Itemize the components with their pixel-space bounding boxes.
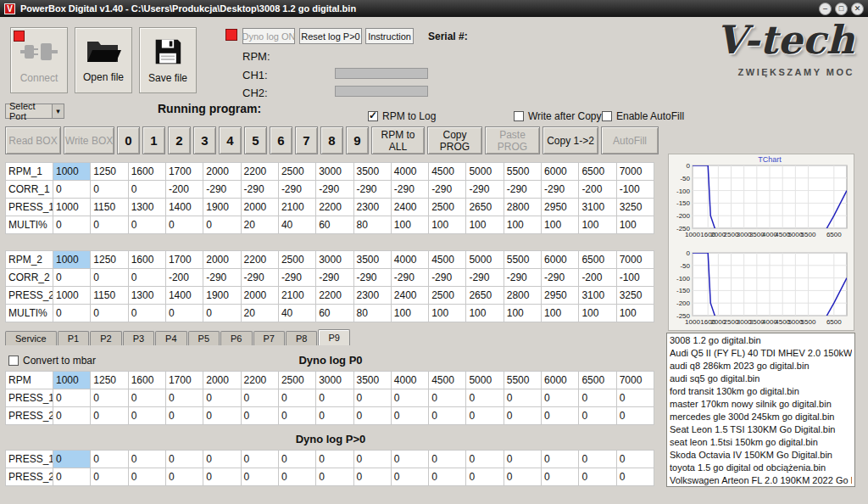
grid-cell[interactable]: 0 — [128, 407, 165, 425]
grid-cell[interactable]: 1000 — [53, 372, 91, 389]
grid-cell[interactable]: 7000 — [616, 372, 654, 389]
grid-cell[interactable]: 1000 — [53, 199, 91, 216]
grid-cell[interactable]: 0 — [203, 216, 241, 234]
grid-cell[interactable]: 0 — [203, 451, 241, 468]
grid-cell[interactable]: 0 — [466, 389, 504, 407]
copy-prog-button[interactable]: Copy PROG — [427, 126, 482, 154]
grid-cell[interactable]: 0 — [466, 451, 504, 468]
grid-cell[interactable]: 100 — [466, 305, 504, 322]
grid-cell[interactable]: 3250 — [616, 287, 654, 305]
grid-cell[interactable]: 2000 — [241, 199, 278, 216]
file-list-item[interactable]: audi q8 286km 2023 go digital.bin — [670, 360, 852, 372]
grid-cell[interactable]: 4000 — [391, 163, 428, 181]
grid-cell[interactable]: 0 — [91, 389, 128, 407]
grid-cell[interactable]: 0 — [128, 181, 165, 199]
grid-cell[interactable]: 0 — [391, 389, 428, 407]
digit-0-button[interactable]: 0 — [117, 126, 140, 154]
grid-cell[interactable]: 5500 — [504, 372, 541, 389]
grid-cell[interactable]: 0 — [128, 451, 165, 468]
grid-cell[interactable]: -290 — [504, 181, 541, 199]
grid-cell[interactable]: 0 — [316, 407, 353, 425]
grid-cell[interactable]: 2200 — [241, 163, 278, 181]
grid-cell[interactable]: 0 — [91, 305, 128, 322]
grid-cell[interactable]: -290 — [504, 269, 541, 287]
instruction-button[interactable]: Instruction — [365, 28, 414, 44]
grid-cell[interactable]: 3500 — [353, 251, 391, 269]
grid-cell[interactable]: 0 — [91, 407, 128, 425]
grid-cell[interactable]: 0 — [391, 451, 428, 468]
grid-cell[interactable]: -290 — [241, 181, 278, 199]
grid-cell[interactable]: 0 — [53, 468, 91, 486]
grid-cell[interactable]: 3500 — [353, 163, 391, 181]
write-after-copy-checkbox[interactable]: Write after Copy — [514, 110, 601, 122]
grid-cell[interactable]: 0 — [466, 468, 504, 486]
grid-cell[interactable]: -200 — [579, 181, 616, 199]
digit-7-button[interactable]: 7 — [295, 126, 318, 154]
grid-cell[interactable]: 1600 — [128, 251, 165, 269]
grid-cell[interactable]: 0 — [53, 269, 91, 287]
tab-p3[interactable]: P3 — [123, 331, 154, 345]
grid-cell[interactable]: 6500 — [579, 163, 616, 181]
grid-cell[interactable]: 2800 — [504, 287, 541, 305]
grid-cell[interactable]: -290 — [203, 181, 241, 199]
copy-1-to-2-button[interactable]: Copy 1->2 — [542, 126, 598, 154]
grid-cell[interactable]: 6500 — [579, 251, 616, 269]
grid-cell[interactable]: 0 — [128, 468, 165, 486]
grid-cell[interactable]: 0 — [165, 451, 203, 468]
grid-cell[interactable]: 2000 — [203, 163, 241, 181]
grid-cell[interactable]: 0 — [91, 181, 128, 199]
digit-8-button[interactable]: 8 — [320, 126, 343, 154]
grid-cell[interactable]: -200 — [165, 269, 203, 287]
grid-cell[interactable]: 5000 — [466, 372, 504, 389]
grid-cell[interactable]: 5000 — [466, 251, 504, 269]
digit-3-button[interactable]: 3 — [193, 126, 216, 154]
enable-autofill-checkbox-box[interactable] — [602, 111, 612, 121]
close-button[interactable]: ✕ — [851, 3, 864, 15]
select-port-dropdown[interactable]: Select Port — [5, 104, 64, 119]
grid-cell[interactable]: 3100 — [579, 199, 616, 216]
grid-cell[interactable]: 0 — [504, 389, 541, 407]
grid-cell[interactable]: 0 — [579, 451, 616, 468]
rpm-to-log-checkbox-box[interactable] — [368, 111, 378, 121]
grid-cell[interactable]: 6000 — [542, 163, 579, 181]
grid-cell[interactable]: -290 — [429, 181, 466, 199]
grid-cell[interactable]: 0 — [241, 451, 278, 468]
grid-cell[interactable]: 3000 — [316, 163, 353, 181]
grid-cell[interactable]: -290 — [316, 181, 353, 199]
digit-1-button[interactable]: 1 — [142, 126, 165, 154]
grid-cell[interactable]: 6500 — [579, 372, 616, 389]
grid-cell[interactable]: 0 — [353, 451, 391, 468]
grid-cell[interactable]: 0 — [203, 389, 241, 407]
grid-cell[interactable]: 2500 — [278, 372, 315, 389]
grid-cell[interactable]: 60 — [316, 216, 353, 234]
grid-cell[interactable]: -290 — [316, 269, 353, 287]
grid-cell[interactable]: 0 — [616, 451, 654, 468]
grid-cell[interactable]: 2650 — [466, 287, 504, 305]
file-list-item[interactable]: seat leon 1.5tsi 150km go digital.bin — [670, 436, 852, 449]
grid-cell[interactable]: 0 — [91, 468, 128, 486]
grid-cell[interactable]: 0 — [316, 468, 353, 486]
grid-cell[interactable]: -290 — [353, 181, 391, 199]
tab-p5[interactable]: P5 — [188, 331, 220, 345]
grid-cell[interactable]: 0 — [278, 468, 315, 486]
maximize-button[interactable]: □ — [835, 3, 848, 15]
grid-cell[interactable]: 40 — [278, 305, 315, 322]
grid-cell[interactable]: 0 — [579, 407, 616, 425]
grid-cell[interactable]: -290 — [429, 269, 466, 287]
grid-cell[interactable]: 0 — [504, 468, 541, 486]
grid-cell[interactable]: 100 — [391, 216, 428, 234]
grid-cell[interactable]: 100 — [429, 305, 466, 322]
grid-cell[interactable]: 0 — [429, 468, 466, 486]
grid-cell[interactable]: 0 — [128, 305, 165, 322]
grid-cell[interactable]: 100 — [429, 216, 466, 234]
tab-p1[interactable]: P1 — [58, 331, 89, 345]
grid-cell[interactable]: 1250 — [91, 372, 128, 389]
grid-cell[interactable]: 2950 — [542, 287, 579, 305]
grid-cell[interactable]: 1700 — [165, 372, 203, 389]
grid-cell[interactable]: 1400 — [165, 287, 203, 305]
grid-cell[interactable]: 0 — [542, 468, 579, 486]
grid-cell[interactable]: 2500 — [429, 287, 466, 305]
save-file-button[interactable]: Save file — [139, 27, 197, 93]
grid-cell[interactable]: 0 — [128, 216, 165, 234]
tab-p7[interactable]: P7 — [253, 331, 285, 345]
